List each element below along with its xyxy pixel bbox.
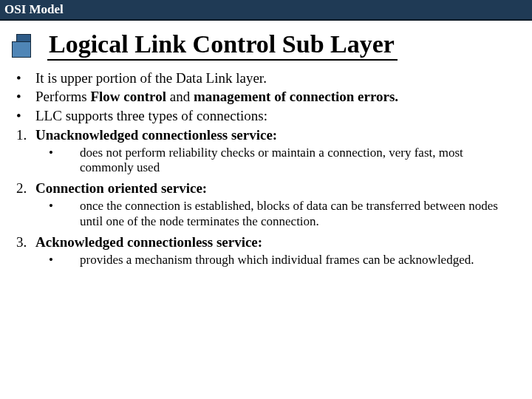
sub-bullet: • provides a mechanism through which ind…: [16, 253, 519, 267]
item-title: Connection oriented service:: [35, 180, 519, 197]
stacked-squares-icon: [12, 34, 41, 58]
sub-bullet-text: once the connection is established, bloc…: [80, 199, 519, 229]
bullet-marker: •: [49, 199, 80, 229]
content-area: • It is upper portion of the Data Link l…: [0, 69, 532, 267]
text-bold: management of connection errors.: [194, 89, 398, 104]
bullet-marker: •: [16, 69, 35, 87]
slide: OSI Model Logical Link Control Sub Layer…: [0, 0, 532, 399]
bullet-marker: •: [49, 253, 80, 267]
item-number: 1.: [16, 126, 35, 144]
bullet-text: LLC supports three types of connections:: [35, 107, 519, 125]
text-bold: Flow control: [90, 89, 166, 104]
bullet-marker: •: [16, 107, 35, 125]
bullet-text: Performs Flow control and management of …: [35, 88, 519, 106]
bullet-text: It is upper portion of the Data Link lay…: [35, 69, 519, 87]
title-bar: OSI Model: [0, 0, 532, 21]
sub-bullet: • does not perform reliability checks or…: [16, 146, 519, 176]
sub-bullet-text: provides a mechanism through which indiv…: [80, 253, 519, 267]
item-title: Acknowledged connectionless service:: [35, 233, 519, 251]
page-title: Logical Link Control Sub Layer: [47, 31, 398, 61]
bullet-item: • LLC supports three types of connection…: [16, 107, 519, 125]
item-title: Unacknowledged connectionless service:: [35, 126, 519, 144]
bullet-marker: •: [16, 88, 35, 106]
bullet-item: • It is upper portion of the Data Link l…: [16, 69, 519, 87]
sub-bullet-text: does not perform reliability checks or m…: [80, 146, 519, 176]
title-bar-text: OSI Model: [4, 2, 64, 17]
text-fragment: and: [166, 89, 194, 104]
item-number: 2.: [16, 180, 35, 197]
numbered-item: 3. Acknowledged connectionless service:: [16, 233, 519, 251]
bullet-item: • Performs Flow control and management o…: [16, 88, 519, 106]
text-fragment: Performs: [35, 89, 90, 104]
heading-row: Logical Link Control Sub Layer: [12, 31, 532, 61]
numbered-item: 1. Unacknowledged connectionless service…: [16, 126, 519, 144]
item-number: 3.: [16, 233, 35, 251]
bullet-marker: •: [49, 146, 80, 176]
sub-bullet: • once the connection is established, bl…: [16, 199, 519, 229]
numbered-item: 2. Connection oriented service:: [16, 180, 519, 197]
